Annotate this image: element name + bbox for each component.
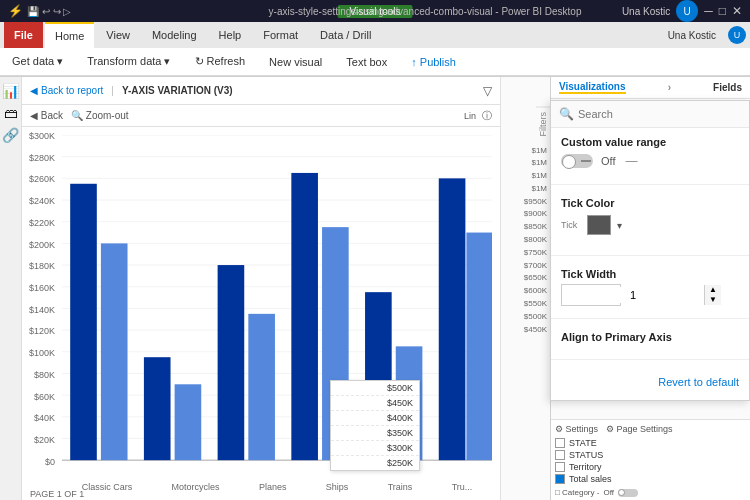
secondary-axis-values: $1M $1M $1M $1M $950K $900K $850K $800K … — [524, 145, 550, 337]
x-label-6: Tru... — [452, 482, 473, 492]
tab-data-drill[interactable]: Data / Drill — [310, 22, 381, 48]
ribbon-item-get-data[interactable]: Get data ▾ — [8, 53, 67, 70]
tick-color-swatch[interactable] — [587, 215, 611, 235]
x-label-5: Trains — [388, 482, 413, 492]
user-avatar[interactable]: U — [676, 0, 698, 22]
filter-icon[interactable]: ▽ — [483, 84, 492, 98]
report-toolbar: ◀ Back to report | Y-AXIS VARIATION (V3)… — [22, 77, 500, 105]
field-checkbox-state[interactable] — [555, 438, 565, 448]
bottom-area: ⚙ Settings ⚙ Page Settings STATE STATUS … — [551, 419, 750, 500]
ribbon-item-visuals[interactable]: New visual — [265, 54, 326, 70]
title-bar-left: ⚡ 💾 ↩ ↪ ▷ — [8, 4, 71, 18]
tick-width-stepper[interactable]: ▲ ▼ — [561, 284, 621, 306]
tooltip-row-1: $500K — [331, 381, 419, 396]
chart-view-controls: Lin ⓘ — [464, 109, 492, 123]
divider-2 — [551, 255, 749, 256]
page-settings-label: ⚙ Page Settings — [606, 424, 673, 434]
fields-tab[interactable]: Fields — [713, 82, 742, 93]
stepper-up-btn[interactable]: ▲ — [705, 285, 721, 295]
ribbon-item-publish[interactable]: ↑ Publish — [407, 54, 460, 70]
title-bar: ⚡ 💾 ↩ ↪ ▷ Visual tools y-axis-style-sett… — [0, 0, 750, 22]
ribbon-content: Get data ▾ Transform data ▾ ↻ Refresh Ne… — [0, 48, 750, 76]
x-label-2: Motorcycles — [172, 482, 220, 492]
category-label: □ Category - — [555, 488, 599, 497]
main-area: 📊 🗃 🔗 ◀ Back to report | Y-AXIS VARIATIO… — [0, 77, 750, 500]
svg-rect-22 — [291, 173, 318, 460]
divider-4 — [551, 359, 749, 360]
chart-info-icon[interactable]: ⓘ — [482, 109, 492, 123]
tab-home[interactable]: Home — [45, 22, 94, 48]
tab-view[interactable]: View — [96, 22, 140, 48]
svg-rect-27 — [466, 233, 492, 461]
divider-3 — [551, 318, 749, 319]
sidebar-icon-data[interactable]: 🗃 — [4, 105, 18, 121]
field-label-state: STATE — [569, 438, 597, 448]
tab-file[interactable]: File — [4, 22, 43, 48]
format-search-icon: 🔍 — [559, 107, 574, 121]
revert-to-default-btn[interactable]: Revert to default — [561, 372, 739, 392]
tab-format[interactable]: Format — [253, 22, 308, 48]
user-badge-ribbon[interactable]: U — [728, 26, 746, 44]
tooltip-row-2: $450K — [331, 396, 419, 411]
left-sidebar: 📊 🗃 🔗 — [0, 77, 22, 500]
tick-label: Tick — [561, 220, 577, 230]
secondary-y-axis: Filters $1M $1M $1M $1M $950K $900K $850… — [500, 77, 550, 500]
x-axis: Classic Cars Motorcycles Planes Ships Tr… — [62, 477, 492, 497]
tick-width-value[interactable] — [562, 287, 704, 303]
x-label-4: Ships — [326, 482, 349, 492]
chart-back-btn[interactable]: ◀ Back — [30, 110, 63, 121]
svg-rect-16 — [70, 184, 97, 460]
x-label-1: Classic Cars — [82, 482, 133, 492]
tab-help[interactable]: Help — [209, 22, 252, 48]
field-checkbox-territory[interactable] — [555, 462, 565, 472]
close-btn[interactable]: ✕ — [732, 4, 742, 18]
ribbon-right: Una Kostic U — [668, 26, 746, 44]
svg-rect-26 — [439, 178, 466, 460]
ribbon-item-refresh[interactable]: ↻ Refresh — [191, 53, 250, 70]
field-row-state: STATE — [555, 437, 746, 449]
user-name: Una Kostic — [622, 6, 670, 17]
sidebar-icon-report[interactable]: 📊 — [2, 83, 19, 99]
tab-modeling[interactable]: Modeling — [142, 22, 207, 48]
category-toggle[interactable] — [618, 489, 638, 497]
settings-label: ⚙ Settings — [555, 424, 598, 434]
format-search-input[interactable] — [578, 108, 741, 120]
minimize-btn[interactable]: ─ — [704, 4, 713, 18]
ribbon-tabs: File Home View Modeling Help Format Data… — [0, 22, 750, 48]
back-to-report-btn[interactable]: ◀ Back to report — [30, 85, 103, 96]
chart-lin-label: Lin — [464, 111, 476, 121]
field-label-total-sales: Total sales — [569, 474, 612, 484]
tick-color-title: Tick Color — [561, 197, 739, 209]
field-row-total-sales: Total sales — [555, 473, 746, 485]
separator: | — [111, 85, 114, 96]
format-panel: 🔍 Custom value range Off — Tick Color — [550, 100, 750, 401]
field-row-territory: Territory — [555, 461, 746, 473]
color-dropdown-btn[interactable]: ▾ — [617, 220, 622, 231]
breadcrumb: Y-AXIS VARIATION (V3) — [122, 85, 233, 96]
tooltip-row-4: $350K — [331, 426, 419, 441]
sidebar-icon-model[interactable]: 🔗 — [2, 127, 19, 143]
tick-color-row: Tick ▾ — [561, 215, 739, 235]
field-checkbox-status[interactable] — [555, 450, 565, 460]
user-name-ribbon: Una Kostic — [668, 30, 716, 41]
field-checkbox-total-sales[interactable] — [555, 474, 565, 484]
back-arrow-icon: ◀ — [30, 85, 38, 96]
custom-value-range-title: Custom value range — [561, 136, 739, 148]
visualizations-tab[interactable]: Visualizations — [559, 81, 626, 94]
ribbon-item-transform[interactable]: Transform data ▾ — [83, 53, 174, 70]
zoom-out-btn[interactable]: 🔍 Zoom-out — [71, 110, 129, 121]
svg-rect-20 — [218, 265, 245, 460]
title-bar-right: Una Kostic U ─ □ ✕ — [622, 0, 742, 22]
custom-range-toggle[interactable] — [561, 154, 593, 168]
category-off: Off — [603, 488, 614, 497]
settings-row: ⚙ Settings ⚙ Page Settings — [555, 424, 746, 434]
svg-rect-19 — [175, 384, 202, 460]
toolbar-icons: 💾 ↩ ↪ ▷ — [27, 6, 71, 17]
field-row-status: STATUS — [555, 449, 746, 461]
chart-area: $300K $280K $260K $240K $220K $200K $180… — [22, 127, 500, 500]
ribbon-item-text[interactable]: Text box — [342, 54, 391, 70]
chart-tooltip: $500K $450K $400K $350K $300K $250K — [330, 380, 420, 471]
stepper-down-btn[interactable]: ▼ — [705, 295, 721, 305]
maximize-btn[interactable]: □ — [719, 4, 726, 18]
tooltip-row-5: $300K — [331, 441, 419, 456]
